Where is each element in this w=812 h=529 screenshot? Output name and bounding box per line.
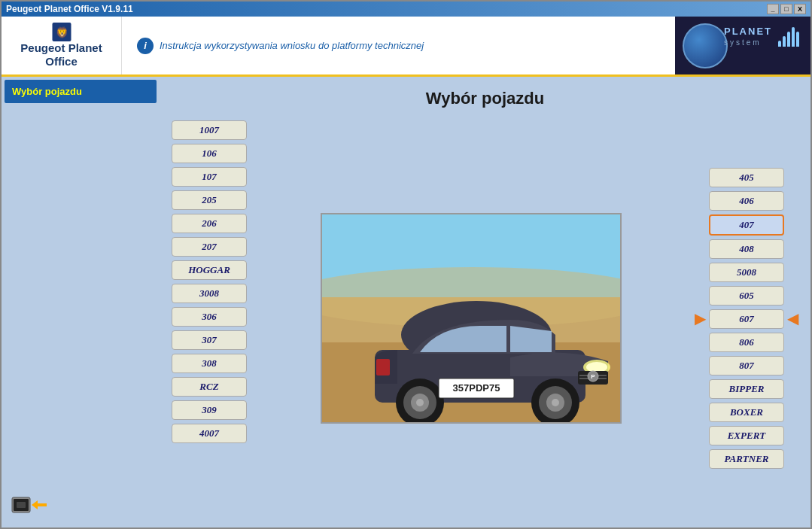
svg-rect-6 — [38, 503, 47, 506]
planet-text: PLANET system — [724, 26, 772, 47]
models-right-container: ▶ 4054064074085008605607806807BIPPERBOXE… — [695, 120, 798, 515]
model-btn-3008[interactable]: 3008 — [172, 284, 247, 303]
model-btn-405[interactable]: 405 — [709, 168, 784, 187]
svg-text:357PDP75: 357PDP75 — [452, 382, 500, 394]
model-btn-hoggar[interactable]: HOGGAR — [172, 260, 247, 280]
model-btn-4007[interactable]: 4007 — [172, 424, 247, 443]
model-btn-bipper[interactable]: BIPPER — [709, 379, 784, 399]
sidebar-bottom — [5, 485, 157, 524]
minimize-button[interactable]: _ — [767, 4, 779, 14]
info-icon: i — [137, 38, 154, 54]
model-btn-5008[interactable]: 5008 — [709, 263, 784, 282]
page-title: Wybór pojazdu — [172, 89, 798, 108]
window-controls: _ □ X — [767, 4, 806, 14]
model-btn-106[interactable]: 106 — [172, 144, 247, 163]
close-button[interactable]: X — [794, 4, 806, 14]
logout-area — [11, 491, 151, 518]
model-btn-rcz[interactable]: RCZ — [172, 377, 247, 397]
model-btn-406[interactable]: 406 — [709, 191, 784, 211]
sidebar-item-wybor-pojazdu[interactable]: Wybór pojazdu — [5, 80, 157, 103]
model-btn-308[interactable]: 308 — [172, 354, 247, 373]
planet-system-logo: PLANET system — [675, 17, 810, 74]
model-btn-207[interactable]: 207 — [172, 237, 247, 257]
models-left-list: 1007106107205206207HOGGAR3008306307308RC… — [172, 120, 247, 515]
model-btn-1007[interactable]: 1007 — [172, 120, 247, 140]
models-layout: 1007106107205206207HOGGAR3008306307308RC… — [172, 120, 798, 515]
maximize-button[interactable]: □ — [780, 4, 792, 14]
logout-icon[interactable] — [11, 491, 48, 518]
model-btn-307[interactable]: 307 — [172, 330, 247, 350]
model-btn-605[interactable]: 605 — [709, 286, 784, 306]
header-info-bar: i Instrukcja wykorzystywania wniosku do … — [122, 17, 675, 74]
window-title: Peugeot Planet Office V1.9.11 — [6, 4, 133, 14]
header: 🦁 Peugeot Planet Office i Instrukcja wyk… — [2, 17, 810, 77]
title-bar: Peugeot Planet Office V1.9.11 _ □ X — [2, 2, 810, 17]
peugeot-lion-icon: 🦁 — [44, 23, 80, 41]
car-image: P — [321, 213, 622, 424]
arrow-right-icon[interactable]: ◀ — [787, 309, 798, 327]
model-btn-407[interactable]: 407 — [709, 214, 784, 236]
signal-waves-icon — [778, 27, 799, 47]
svg-text:🦁: 🦁 — [55, 26, 68, 39]
model-btn-partner[interactable]: PARTNER — [709, 449, 784, 469]
svg-point-24 — [416, 399, 424, 406]
model-btn-205[interactable]: 205 — [172, 190, 247, 210]
globe-icon — [683, 23, 728, 68]
model-btn-309[interactable]: 309 — [172, 400, 247, 420]
svg-rect-4 — [17, 502, 26, 508]
model-btn-boxer[interactable]: BOXER — [709, 403, 784, 422]
model-btn-107[interactable]: 107 — [172, 167, 247, 187]
model-btn-expert[interactable]: EXPERT — [709, 426, 784, 445]
model-btn-607[interactable]: 607 — [709, 309, 784, 329]
car-image-inner: P — [322, 214, 620, 422]
svg-point-28 — [552, 399, 559, 406]
info-message: Instrukcja wykorzystywania wniosku do pl… — [160, 40, 424, 51]
car-image-area: P — [259, 120, 683, 515]
brand-name: Peugeot Planet Office — [20, 41, 102, 68]
svg-point-14 — [586, 362, 607, 372]
svg-marker-5 — [32, 500, 38, 509]
model-btn-206[interactable]: 206 — [172, 214, 247, 233]
model-btn-806[interactable]: 806 — [709, 333, 784, 352]
app-window: Peugeot Planet Office V1.9.11 _ □ X 🦁 Pe… — [0, 0, 812, 529]
svg-rect-20 — [376, 359, 390, 375]
model-btn-807[interactable]: 807 — [709, 356, 784, 375]
sidebar: Wybór pojazdu — [2, 77, 160, 527]
model-btn-306[interactable]: 306 — [172, 307, 247, 327]
svg-text:P: P — [591, 373, 595, 380]
main-area: Wybór pojazdu Wybór pojazdu — [2, 77, 810, 527]
content-area: Wybór pojazdu 1007106107205206207HOGGAR3… — [160, 77, 810, 527]
brand-logo: 🦁 Peugeot Planet Office — [2, 17, 122, 74]
model-btn-408[interactable]: 408 — [709, 239, 784, 259]
arrow-left-icon[interactable]: ▶ — [695, 309, 706, 327]
models-right-list: 4054064074085008605607806807BIPPERBOXERE… — [709, 168, 784, 469]
